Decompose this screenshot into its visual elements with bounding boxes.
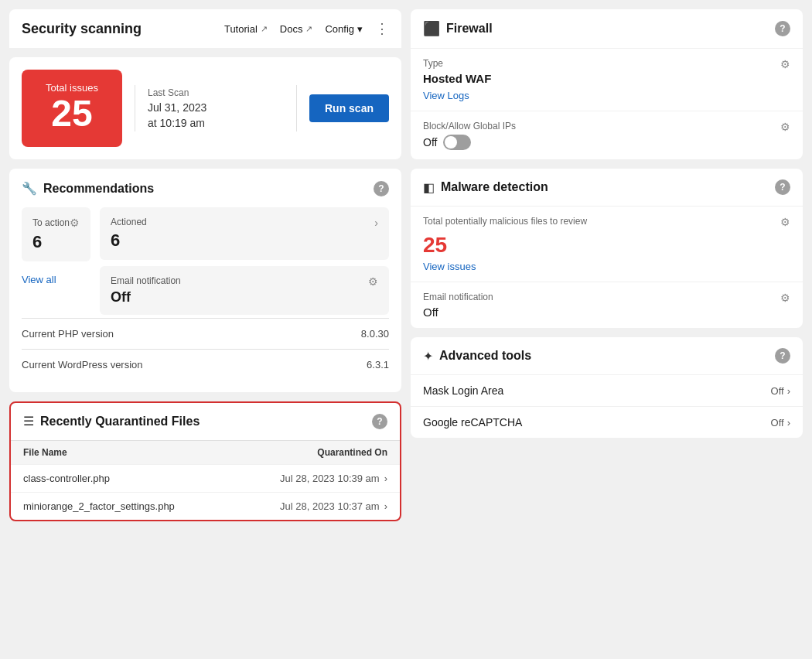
malware-total-value: 25 (423, 233, 790, 258)
firewall-block-header: Block/Allow Global IPs ⚙ (423, 121, 790, 135)
total-issues-label: Total issues (40, 82, 104, 94)
more-menu-icon[interactable]: ⋮ (375, 20, 389, 37)
divider (135, 85, 135, 131)
date-1: Jul 28, 2023 10:39 am › (280, 473, 387, 484)
run-scan-button[interactable]: Run scan (309, 94, 389, 122)
filename-2: miniorange_2_factor_settings.php (23, 500, 175, 512)
view-issues-link[interactable]: View issues (423, 261, 790, 272)
firewall-title: Firewall (446, 22, 493, 36)
recaptcha-row[interactable]: Google reCAPTCHA Off › (411, 407, 803, 438)
to-action-box: To action ⚙ 6 (22, 207, 90, 261)
malware-total-gear-icon[interactable]: ⚙ (780, 216, 790, 228)
recommendations-grid: To action ⚙ 6 View all Actioned 6 › (22, 207, 389, 315)
to-action-label-row: To action ⚙ (32, 217, 80, 229)
hamburger-icon: ☰ (23, 414, 34, 429)
malware-help-icon[interactable]: ? (775, 179, 790, 195)
docs-label: Docs (280, 23, 303, 35)
recommendations-help-icon[interactable]: ? (374, 181, 389, 196)
to-action-gear-icon[interactable]: ⚙ (70, 217, 80, 229)
row-chevron-icon: › (384, 473, 387, 484)
actioned-box: Actioned 6 › (100, 207, 389, 260)
quarantine-help-icon[interactable]: ? (372, 414, 387, 429)
config-label: Config (325, 23, 354, 35)
malware-card: ◧ Malware detection ? Total potentially … (411, 169, 803, 328)
email-notification-label: Email notification (111, 275, 181, 286)
malware-email-section: Email notification ⚙ Off (411, 282, 803, 328)
mask-login-value: Off › (771, 385, 790, 397)
wrench-icon: 🔧 (22, 181, 37, 196)
wp-version-value: 6.3.1 (367, 359, 389, 370)
view-all-link[interactable]: View all (22, 274, 90, 285)
firewall-block-toggle[interactable] (443, 135, 471, 150)
firewall-block-gear-icon[interactable]: ⚙ (780, 121, 790, 133)
firewall-type-gear-icon[interactable]: ⚙ (780, 58, 790, 70)
scan-card: Total issues 25 Last Scan Jul 31, 2023 a… (9, 57, 401, 159)
col-quarantined-on: Quarantined On (317, 447, 387, 458)
firewall-type-header: Type ⚙ (423, 58, 790, 72)
actioned-chevron-icon[interactable]: › (374, 217, 378, 229)
email-notification-gear-icon[interactable]: ⚙ (368, 275, 378, 288)
table-row[interactable]: class-controller.php Jul 28, 2023 10:39 … (11, 464, 400, 492)
firewall-block-section: Block/Allow Global IPs ⚙ Off (411, 111, 803, 159)
recommendations-header: 🔧 Recommendations ? (22, 181, 389, 196)
right-panel: ⬛ Firewall ? Type ⚙ Hosted WAF View Logs… (411, 9, 803, 650)
page-header: Security scanning Tutorial ↗ Docs ↗ Conf… (9, 9, 401, 48)
docs-link[interactable]: Docs ↗ (280, 23, 313, 35)
view-logs-link[interactable]: View Logs (423, 90, 790, 101)
external-link-icon: ↗ (261, 24, 268, 34)
last-scan-date: Jul 31, 2023 (148, 101, 284, 114)
rec-right: Actioned 6 › Email notification Off ⚙ (100, 207, 389, 315)
malware-total-label: Total potentially malicious files to rev… (423, 216, 587, 227)
malware-email-label: Email notification (423, 292, 493, 302)
tutorial-link[interactable]: Tutorial ↗ (224, 23, 268, 35)
table-row[interactable]: miniorange_2_factor_settings.php Jul 28,… (11, 492, 400, 520)
firewall-toggle-row: Off (423, 135, 471, 150)
advanced-card: ✦ Advanced tools ? Mask Login Area Off ›… (411, 337, 803, 438)
firewall-block-label: Block/Allow Global IPs (423, 121, 516, 131)
page-title: Security scanning (22, 21, 142, 37)
last-scan-label: Last Scan (148, 87, 284, 98)
filename-1: class-controller.php (23, 473, 110, 484)
advanced-title: Advanced tools (439, 349, 531, 363)
header-actions: Tutorial ↗ Docs ↗ Config ▾ ⋮ (224, 20, 389, 37)
firewall-card: ⬛ Firewall ? Type ⚙ Hosted WAF View Logs… (411, 9, 803, 159)
malware-total-header: Total potentially malicious files to rev… (423, 216, 790, 230)
quarantine-header: ☰ Recently Quarantined Files ? (11, 403, 400, 440)
recaptcha-label: Google reCAPTCHA (423, 416, 522, 429)
email-notification-value: Off (111, 289, 181, 306)
firewall-type-value: Hosted WAF (423, 72, 790, 85)
layers-icon: ◧ (423, 180, 435, 195)
tutorial-label: Tutorial (224, 23, 258, 35)
to-action-value: 6 (32, 232, 80, 252)
malware-email-gear-icon[interactable]: ⚙ (780, 292, 790, 304)
malware-total-section: Total potentially malicious files to rev… (411, 207, 803, 282)
recommendations-title-row: 🔧 Recommendations (22, 181, 154, 196)
scan-info: Last Scan Jul 31, 2023 at 10:19 am (148, 87, 284, 129)
to-action-label: To action (32, 217, 70, 228)
php-version-value: 8.0.30 (361, 328, 389, 340)
malware-title: Malware detection (441, 180, 548, 194)
col-filename: File Name (23, 447, 67, 458)
tools-icon: ✦ (423, 349, 433, 364)
recommendations-title: Recommendations (43, 182, 154, 196)
wp-version-label: Current WordPress version (22, 359, 143, 370)
chevron-down-icon: ▾ (357, 23, 363, 35)
malware-email-header: Email notification ⚙ (423, 292, 790, 306)
quarantine-card: ☰ Recently Quarantined Files ? File Name… (9, 401, 401, 521)
recaptcha-chevron-icon: › (787, 417, 790, 429)
firewall-header: ⬛ Firewall ? (411, 9, 803, 49)
mask-login-chevron-icon: › (787, 385, 790, 397)
advanced-help-icon[interactable]: ? (775, 348, 790, 364)
firewall-help-icon[interactable]: ? (775, 21, 790, 36)
malware-title-row: ◧ Malware detection (423, 180, 548, 195)
external-link-icon: ↗ (305, 24, 312, 34)
advanced-title-row: ✦ Advanced tools (423, 349, 531, 364)
firewall-block-state: Off (423, 136, 437, 149)
firewall-type-section: Type ⚙ Hosted WAF View Logs (411, 49, 803, 111)
quarantine-title-row: ☰ Recently Quarantined Files (23, 414, 200, 429)
config-dropdown[interactable]: Config ▾ (325, 23, 363, 35)
malware-header: ◧ Malware detection ? (411, 169, 803, 207)
mask-login-row[interactable]: Mask Login Area Off › (411, 375, 803, 407)
php-version-row: Current PHP version 8.0.30 (22, 318, 389, 349)
mask-login-label: Mask Login Area (423, 384, 503, 397)
